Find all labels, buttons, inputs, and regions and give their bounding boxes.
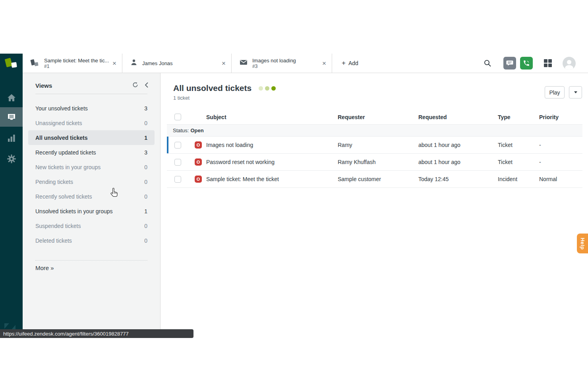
column-header-requested: Requested (418, 114, 498, 120)
ticket-subject: Sample ticket: Meet the ticket (206, 176, 279, 182)
top-bar: Sample ticket: Meet the tic... #1 × Jame… (0, 54, 588, 73)
apps-grid-icon[interactable] (544, 59, 552, 67)
ticket-type: Ticket (498, 159, 539, 165)
column-header-priority: Priority (539, 114, 582, 120)
view-item-unsolved-in-groups[interactable]: Unsolved tickets in your groups1 (28, 204, 155, 218)
views-panel-title: Views (35, 82, 126, 89)
tab-title: Sample ticket: Meet the tic... (44, 58, 109, 64)
tab-subtitle: #1 (44, 64, 109, 69)
product-logo[interactable] (0, 54, 23, 73)
ticket-priority: Normal (539, 176, 582, 182)
view-item-all-unsolved[interactable]: All unsolved tickets1 (28, 130, 155, 145)
left-nav-rail (0, 73, 23, 338)
tab-subtitle: #3 (252, 64, 319, 69)
refresh-icon[interactable] (132, 82, 138, 89)
top-right-icons (484, 54, 588, 73)
column-header-subject: Subject (188, 114, 338, 120)
status-group-row: Status:Open (167, 124, 582, 137)
close-icon[interactable]: × (322, 60, 326, 67)
view-item-unassigned[interactable]: Unassigned tickets0 (28, 116, 155, 130)
view-item-recently-updated[interactable]: Recently updated tickets3 (28, 145, 155, 160)
tickets-table: Subject Requester Requested Type Priorit… (167, 110, 582, 188)
chevron-down-icon (574, 91, 577, 93)
ticket-requested: about 1 hour ago (418, 142, 498, 148)
admin-gear-icon[interactable] (0, 149, 23, 168)
view-item-new-in-groups[interactable]: New tickets in your groups0 (28, 160, 155, 174)
open-status-badge: O (195, 141, 202, 149)
select-all-checkbox[interactable] (174, 114, 181, 120)
page-title: All unsolved tickets (173, 83, 251, 93)
close-icon[interactable]: × (222, 60, 226, 67)
home-icon[interactable] (0, 88, 23, 107)
views-divider (35, 94, 147, 94)
avatar[interactable] (563, 57, 576, 70)
tab-images-not-loading[interactable]: Images not loading #3 × (232, 54, 332, 73)
row-checkbox[interactable] (174, 142, 181, 149)
ticket-priority: - (539, 142, 582, 148)
plus-icon: + (342, 59, 346, 67)
column-header-type: Type (498, 114, 539, 120)
main-content: All unsolved tickets 1 ticket Play Subje… (161, 73, 588, 338)
view-item-your-unsolved[interactable]: Your unsolved tickets3 (28, 101, 155, 116)
ticket-requested: Today 12:45 (418, 176, 498, 182)
column-header-requester: Requester (338, 114, 418, 120)
open-status-badge: O (195, 158, 202, 166)
play-dropdown-button[interactable] (569, 86, 582, 98)
play-button[interactable]: Play (545, 86, 565, 98)
link-url-statusbar: https://uifeed.zendesk.com/agent/filters… (0, 329, 193, 338)
ticket-subject: Password reset not working (206, 159, 275, 165)
tab-title: James Jonas (142, 60, 219, 66)
ticket-type: Incident (498, 176, 539, 182)
tab-james-jonas[interactable]: James Jonas × (122, 54, 232, 73)
tab-sample-ticket[interactable]: Sample ticket: Meet the tic... #1 × (23, 54, 122, 73)
ticket-product-icon (31, 59, 39, 68)
collapse-chevron-icon[interactable] (145, 82, 148, 89)
view-item-deleted[interactable]: Deleted tickets0 (28, 233, 155, 248)
phone-icon[interactable] (520, 57, 533, 70)
ticket-requester: Ramy Khuffash (338, 159, 418, 165)
ticket-priority: - (539, 159, 582, 165)
views-panel: Views Your unsolved tickets3 Unassigned … (23, 73, 161, 338)
view-item-suspended[interactable]: Suspended tickets0 (28, 218, 155, 233)
ticket-type: Ticket (498, 142, 539, 148)
ticket-requested: about 1 hour ago (418, 159, 498, 165)
add-tab-button[interactable]: + Add (342, 54, 358, 73)
table-header-row: Subject Requester Requested Type Priorit… (167, 110, 582, 124)
person-icon (130, 59, 137, 68)
tickets-icon[interactable] (0, 107, 23, 127)
zendesk-agent-app: Sample ticket: Meet the tic... #1 × Jame… (0, 54, 588, 338)
help-widget-tab[interactable]: Help (577, 234, 588, 253)
add-label: Add (348, 60, 358, 66)
tab-strip: Sample ticket: Meet the tic... #1 × Jame… (23, 54, 332, 73)
loading-dots-icon (259, 86, 278, 91)
ticket-subject: Images not loading (206, 142, 253, 148)
row-checkbox[interactable] (174, 176, 181, 183)
table-row[interactable]: OImages not loading Ramy about 1 hour ag… (167, 137, 582, 154)
more-divider (35, 260, 147, 261)
close-icon[interactable]: × (112, 60, 116, 67)
product-logo-white-shape (11, 62, 17, 68)
table-row[interactable]: OSample ticket: Meet the ticket Sample c… (167, 171, 582, 188)
view-item-recently-solved[interactable]: Recently solved tickets0 (28, 189, 155, 204)
view-item-pending[interactable]: Pending tickets0 (28, 174, 155, 189)
row-checkbox[interactable] (174, 159, 181, 166)
envelope-icon (240, 59, 248, 67)
more-views-link[interactable]: More » (35, 265, 54, 271)
ticket-requester: Ramy (338, 142, 418, 148)
search-icon[interactable] (484, 59, 491, 67)
ticket-count: 1 ticket (173, 95, 582, 101)
open-status-badge: O (195, 176, 202, 183)
tab-title: Images not loading (252, 58, 319, 64)
chat-icon[interactable] (503, 57, 516, 70)
ticket-requester: Sample customer (338, 176, 418, 182)
reports-icon[interactable] (0, 128, 23, 148)
table-row[interactable]: OPassword reset not working Ramy Khuffas… (167, 154, 582, 171)
views-list: Your unsolved tickets3 Unassigned ticket… (23, 101, 160, 248)
